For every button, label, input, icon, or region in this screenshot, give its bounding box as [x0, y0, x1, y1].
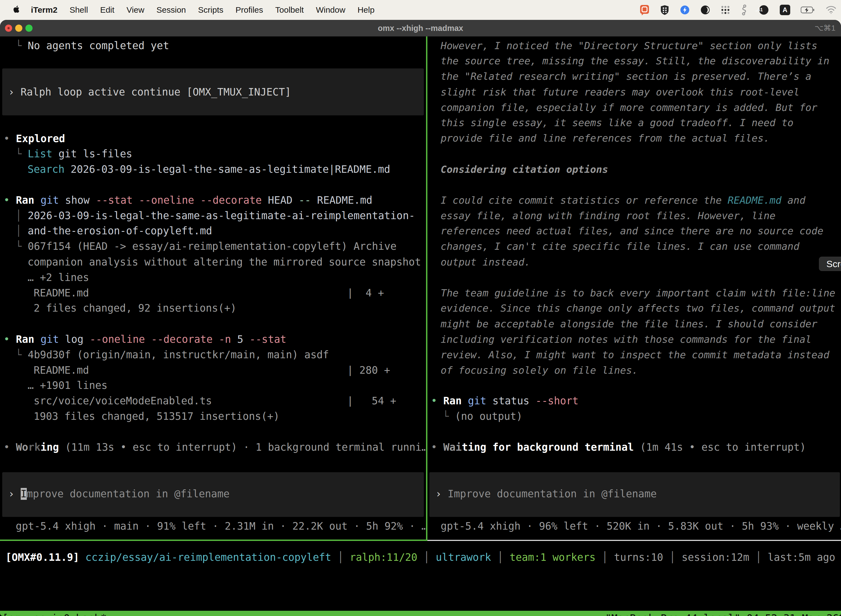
- text-segment: review. Also, I might want to inspect th…: [441, 349, 829, 361]
- terminal-line: › Improve documentation in @filename: [8, 486, 230, 502]
- apple-menu-icon[interactable]: [12, 5, 21, 15]
- text-segment: Improve documentation in @filename: [448, 488, 657, 500]
- text-segment: 067f154 (HEAD -> essay/ai-reimplementati…: [28, 241, 397, 252]
- terminal-area: └ No agents completed yet› Ralph loop ac…: [0, 37, 841, 616]
- text-segment: including verification notes with those …: [441, 334, 812, 345]
- text-segment: •: [4, 333, 16, 345]
- window-title-bar[interactable]: omx --xhigh --madmax ⌥⌘1: [0, 20, 841, 37]
- text-segment: The team guideline is to back every impo…: [441, 287, 835, 299]
- text-segment: •: [431, 441, 443, 453]
- text-segment: └: [15, 349, 28, 361]
- terminal-line: 2 files changed, 92 insertions(+): [34, 300, 236, 316]
- text-segment: --oneline --decorate -n: [84, 333, 231, 345]
- text-segment: 2026-03-09-is-legal-the-same-as-legitima…: [64, 163, 390, 175]
- terminal-line: references need actual files, and since …: [441, 223, 823, 239]
- text-segment: HEAD: [262, 194, 293, 206]
- terminal-line: • Ran git show --stat --oneline --decora…: [4, 192, 372, 208]
- text-segment: •: [4, 194, 16, 206]
- text-segment: Search: [28, 163, 64, 175]
- terminal-line: README.md | 4 +: [34, 285, 384, 301]
- chat-app-icon[interactable]: [640, 4, 649, 15]
- text-segment: Ran: [443, 395, 462, 407]
- terminal-line: review. Also, I might want to inspect th…: [441, 347, 829, 363]
- menu-item-shell[interactable]: Shell: [70, 5, 88, 15]
- tmux-status-bar: [omx-cczip0:bash* "MacBook-Pro-44.local"…: [0, 611, 841, 616]
- menu-items: iTerm2ShellEditViewSessionScriptsProfile…: [31, 5, 374, 15]
- terminal-line: [OMX#0.11.9] cczip/essay/ai-reimplementa…: [6, 550, 835, 565]
- terminal-line: of focusing solely on file lines.: [441, 362, 638, 378]
- text-segment: session:12m: [681, 551, 749, 563]
- text-segment: ›: [8, 488, 21, 500]
- lightning-circle-icon[interactable]: [680, 5, 690, 15]
- input-source-icon[interactable]: A: [780, 5, 790, 15]
- tmux-pane-left[interactable]: └ No agents completed yet› Ralph loop ac…: [0, 37, 426, 540]
- screen-indicator-pill[interactable]: Scre: [819, 257, 841, 271]
- terminal-line: the source tree, missing the essay. Stil…: [441, 53, 829, 69]
- text-segment: git: [462, 395, 486, 407]
- text-segment: │: [418, 551, 436, 563]
- text-segment: •: [431, 395, 443, 407]
- moon-circle-icon[interactable]: [700, 5, 710, 15]
- text-segment: … +1901 lines: [28, 380, 108, 392]
- text-segment: companion file, especially if more comme…: [441, 102, 817, 113]
- text-segment: │: [15, 210, 28, 221]
- terminal-line: • Working (11m 13s • esc to interrupt) ·…: [4, 439, 426, 455]
- text-segment: --stat: [243, 333, 286, 345]
- terminal-line: └ No agents completed yet: [15, 38, 169, 54]
- terminal-line: gpt-5.4 xhigh · main · 91% left · 2.31M …: [16, 518, 426, 534]
- terminal-line: README.md | 280 +: [34, 362, 390, 378]
- terminal-line: └ (no output): [442, 408, 523, 424]
- tmux-pane-right[interactable]: However, I noticed the "Directory Struct…: [428, 37, 841, 540]
- menu-item-iterm2[interactable]: iTerm2: [31, 5, 57, 15]
- terminal-line: └ 4b9d30f (origin/main, instructkr/main,…: [15, 347, 329, 363]
- terminal-line: › Improve documentation in @filename: [435, 486, 657, 502]
- menu-item-session[interactable]: Session: [157, 5, 186, 15]
- terminal-line: provide file and line references from th…: [441, 130, 769, 146]
- wifi-icon[interactable]: [826, 6, 837, 14]
- shield-grid-icon[interactable]: [660, 5, 670, 15]
- terminal-line: Considering citation options: [441, 161, 608, 177]
- terminal-line: │ and-the-erosion-of-copyleft.md: [15, 223, 212, 239]
- text-segment: src/voice/voiceModeEnabled.ts | 54 +: [34, 395, 396, 407]
- menu-item-help[interactable]: Help: [357, 5, 375, 15]
- text-segment: references need actual files, and since …: [441, 225, 823, 236]
- terminal-line: Search 2026-03-09-is-legal-the-same-as-l…: [28, 161, 390, 177]
- text-segment: output instead.: [441, 257, 530, 268]
- dots-grid-icon[interactable]: [721, 5, 730, 15]
- percent-badge-icon[interactable]: ..61: [758, 4, 769, 15]
- window-shortcut-badge: ⌥⌘1: [815, 20, 835, 37]
- text-segment: provide file and line references from th…: [441, 132, 769, 144]
- text-segment: ›: [8, 86, 21, 98]
- text-segment: README.md: [311, 194, 372, 206]
- text-segment: cczip/essay/ai-reimplementation-copyleft: [79, 551, 331, 563]
- squiggle-icon[interactable]: [741, 4, 748, 15]
- terminal-line: including verification notes with those …: [441, 331, 812, 347]
- terminal-line: 1903 files changed, 513517 insertions(+): [34, 408, 280, 424]
- text-segment: •: [4, 133, 16, 145]
- text-segment: Explored: [16, 133, 65, 145]
- terminal-line: • Waiting for background terminal (1m 41…: [431, 439, 806, 455]
- text-segment: slight risk that future readers may over…: [441, 87, 799, 98]
- menu-item-edit[interactable]: Edit: [100, 5, 114, 15]
- terminal-line: this single essay, it seems like a good …: [441, 115, 794, 131]
- text-segment: gpt-5.4 xhigh · main · 91% left · 2.31M …: [16, 520, 426, 532]
- terminal-line: slight risk that future readers may over…: [441, 84, 799, 100]
- pane-divider-vertical[interactable]: [426, 37, 428, 540]
- menu-item-toolbelt[interactable]: Toolbelt: [275, 5, 304, 15]
- terminal-line: However, I noticed the "Directory Struct…: [441, 38, 817, 54]
- text-segment: ing: [41, 441, 59, 453]
- battery-icon[interactable]: [801, 6, 815, 14]
- terminal-line: › Ralph loop active continue [OMX_TMUX_I…: [8, 84, 291, 100]
- text-segment: │: [749, 551, 768, 563]
- terminal-line: The team guideline is to back every impo…: [441, 285, 835, 301]
- menu-item-view[interactable]: View: [127, 5, 144, 15]
- menu-item-scripts[interactable]: Scripts: [198, 5, 224, 15]
- window-title: omx --xhigh --madmax: [0, 20, 841, 37]
- menu-item-profiles[interactable]: Profiles: [235, 5, 263, 15]
- text-segment: README.md | 4 +: [34, 287, 384, 299]
- text-segment: and-the-erosion-of-copyleft.md: [28, 225, 212, 237]
- text-segment: 2026-03-09-is-legal-the-same-as-legitima…: [28, 210, 415, 221]
- menu-item-window[interactable]: Window: [316, 5, 346, 15]
- text-segment: status: [486, 395, 529, 407]
- text-segment: 5: [231, 333, 243, 345]
